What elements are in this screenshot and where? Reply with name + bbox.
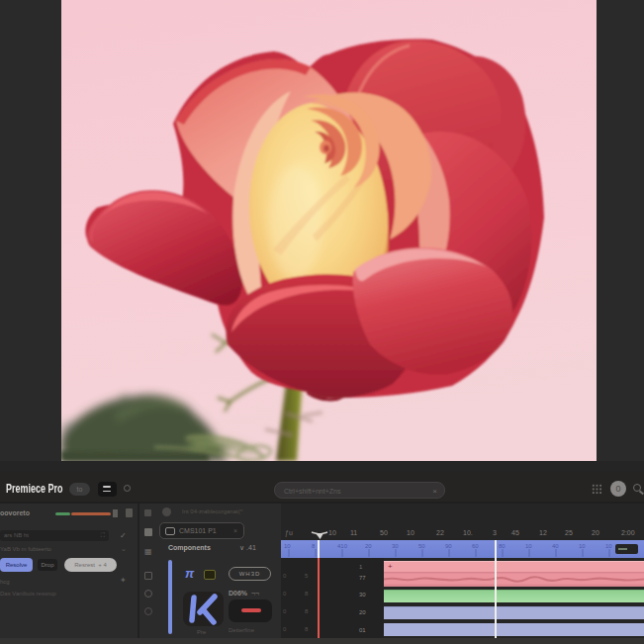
svg-text:410: 410: [337, 543, 348, 549]
svg-text:30: 30: [392, 543, 399, 549]
svg-text:80: 80: [499, 543, 506, 549]
svg-text:50: 50: [418, 543, 425, 549]
svg-text:90: 90: [445, 543, 452, 549]
svg-text:10: 10: [525, 543, 532, 549]
svg-text:10: 10: [605, 543, 612, 549]
svg-text:20: 20: [365, 543, 372, 549]
svg-text:60: 60: [472, 543, 479, 549]
svg-text:10: 10: [579, 543, 586, 549]
svg-text:40: 40: [552, 543, 559, 549]
svg-text:8: 8: [312, 543, 316, 549]
svg-text:10: 10: [284, 543, 291, 549]
